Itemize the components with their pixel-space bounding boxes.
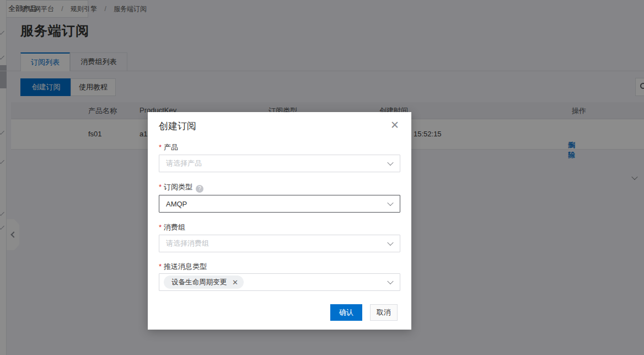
selected-tag: 设备生命周期变更 ✕ (164, 275, 244, 289)
product-select-placeholder: 请选择产品 (166, 158, 202, 168)
chevron-down-icon (387, 240, 393, 246)
consumer-group-select[interactable]: 请选择消费组 (159, 235, 400, 252)
chevron-down-icon (387, 160, 393, 166)
product-field-label: *产品 (159, 142, 178, 152)
selected-tag-label: 设备生命周期变更 (171, 278, 227, 287)
chevron-down-icon (387, 278, 393, 284)
tag-remove-icon[interactable]: ✕ (232, 278, 238, 287)
product-select[interactable]: 请选择产品 (159, 155, 400, 172)
confirm-button[interactable]: 确认 (330, 304, 362, 321)
required-mark: * (159, 262, 162, 271)
dialog-title: 创建订阅 (159, 120, 196, 133)
create-subscription-dialog: 创建订阅 ✕ *产品 请选择产品 *订阅类型? AMQP *消费组 请选择消费组… (148, 112, 411, 330)
subscribe-type-field-label: *订阅类型? (159, 182, 203, 193)
required-mark: * (159, 223, 162, 231)
consumer-group-placeholder: 请选择消费组 (166, 239, 209, 248)
required-mark: * (159, 143, 162, 151)
subscribe-type-value: AMQP (166, 200, 187, 208)
push-message-type-field-label: *推送消息类型 (159, 262, 207, 272)
chevron-down-icon (387, 200, 393, 206)
consumer-group-field-label: *消费组 (159, 222, 185, 232)
required-mark: * (159, 183, 162, 191)
cancel-button[interactable]: 取消 (370, 304, 398, 321)
subscribe-type-select[interactable]: AMQP (159, 195, 400, 213)
help-icon[interactable]: ? (196, 185, 203, 193)
close-icon[interactable]: ✕ (390, 120, 399, 130)
push-message-type-select[interactable]: 设备生命周期变更 ✕ (159, 273, 400, 291)
